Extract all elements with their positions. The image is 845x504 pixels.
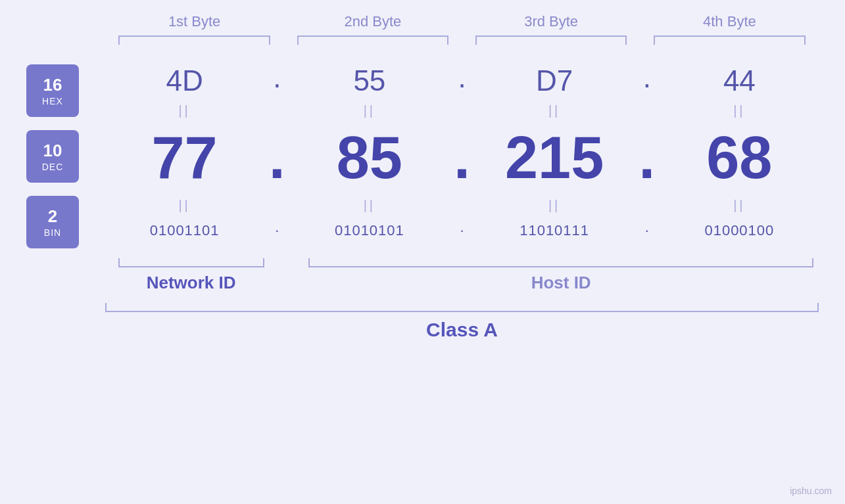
parallel-dec-bin-4: || <box>660 198 819 213</box>
parallel-dec-bin-2: || <box>290 198 448 213</box>
host-id-label: Host ID <box>303 273 819 293</box>
parallel-hex-dec-3: || <box>475 103 634 118</box>
hex-dot2: . <box>449 61 475 97</box>
hex-byte3: D7 <box>475 58 634 101</box>
byte4-header: 4th Byte <box>640 13 819 30</box>
bin-dot1: . <box>264 219 290 239</box>
bin-byte3: 11010111 <box>475 216 634 242</box>
byte1-header: 1st Byte <box>105 13 283 30</box>
watermark: ipshu.com <box>790 486 832 496</box>
byte3-top-bracket <box>462 35 640 45</box>
dec-byte1: 77 <box>105 121 264 195</box>
bin-byte1: 01001101 <box>105 216 264 242</box>
bin-dot2: . <box>449 219 475 239</box>
class-a-bracket <box>105 303 819 312</box>
bin-byte4: 01000100 <box>660 216 819 242</box>
parallel-hex-dec-4: || <box>660 103 819 118</box>
bin-badge: 2 BIN <box>26 196 79 248</box>
parallel-hex-dec-1: || <box>105 103 264 118</box>
hex-badge: 16 HEX <box>26 64 79 117</box>
parallel-dec-bin-1: || <box>105 198 264 213</box>
byte4-top-bracket <box>640 35 819 45</box>
byte1-top-bracket <box>105 35 283 45</box>
dec-byte4: 68 <box>660 121 819 195</box>
dec-dot1: . <box>264 124 290 192</box>
host-id-bracket <box>303 258 819 267</box>
class-a-label: Class A <box>105 319 819 341</box>
hex-dot1: . <box>264 61 290 97</box>
dec-dot2: . <box>449 124 475 192</box>
bin-dot3: . <box>634 219 660 239</box>
parallel-hex-dec-2: || <box>290 103 448 118</box>
hex-byte1: 4D <box>105 58 264 101</box>
network-id-label: Network ID <box>105 273 277 293</box>
hex-byte2: 55 <box>290 58 448 101</box>
dec-badge: 10 DEC <box>26 130 79 183</box>
hex-dot3: . <box>634 61 660 97</box>
hex-byte4: 44 <box>660 58 819 101</box>
dec-dot3: . <box>634 124 660 192</box>
parallel-dec-bin-3: || <box>475 198 634 213</box>
bin-byte2: 01010101 <box>290 216 448 242</box>
network-id-bracket <box>105 258 277 267</box>
dec-byte2: 85 <box>290 121 448 195</box>
byte2-header: 2nd Byte <box>283 13 462 30</box>
dec-byte3: 215 <box>475 121 634 195</box>
byte2-top-bracket <box>283 35 462 45</box>
byte3-header: 3rd Byte <box>462 13 640 30</box>
